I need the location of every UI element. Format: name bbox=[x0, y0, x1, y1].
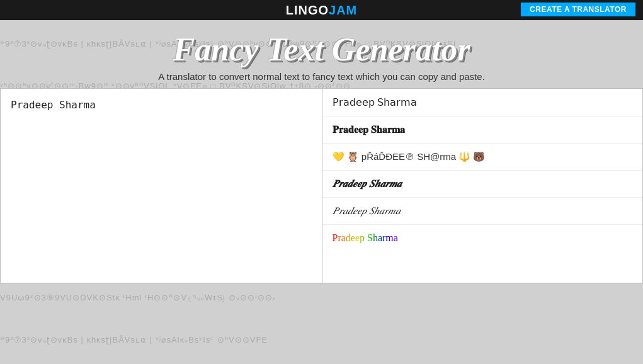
input-textarea[interactable]: Pradeep Sharma bbox=[11, 99, 312, 273]
site-logo: LINGOJAM bbox=[286, 3, 358, 18]
output-text-4: 𝑷𝒓𝒂𝒅𝒆𝒆𝒑 𝑺𝒉𝒂𝒓𝒎𝒂 bbox=[333, 178, 402, 189]
create-translator-button[interactable]: CREATE A TRANSLATOR bbox=[521, 3, 635, 16]
watermark-line-7: V9Uω9ᶻ⊙3⑨9VU⊙DVK⊙Stκ ᶦHml ᶦH⊙⊙ᴴ⊙V⍷ᶯᵤᵥWᵻS… bbox=[0, 292, 643, 304]
page-title: Fancy Text Generator bbox=[0, 31, 643, 67]
output-item-1: 𝖯𝗋𝖺𝖽𝖾𝖾𝗉 𝖲𝗁𝖺𝗋𝗆𝖺 bbox=[322, 89, 643, 117]
input-panel: Pradeep Sharma bbox=[0, 88, 322, 283]
output-item-4: 𝑷𝒓𝒂𝒅𝒆𝒆𝒑 𝑺𝒉𝒂𝒓𝒎𝒂 bbox=[322, 171, 643, 198]
output-text-3: 💛 🦉 pŘáĎĐEE℗ SH@rma 🔱 🐻 bbox=[333, 151, 486, 162]
output-text-6: Pradeep Sharma bbox=[333, 232, 398, 243]
page-subtitle: A translator to convert normal text to f… bbox=[0, 71, 643, 82]
output-text-2: 𝐏𝐫𝐚𝐝𝐞𝐞𝐩 𝐒𝐡𝐚𝐫𝐦𝐚 bbox=[333, 124, 405, 135]
output-text-1: 𝖯𝗋𝖺𝖽𝖾𝖾𝗉 𝖲𝗁𝖺𝗋𝗆𝖺 bbox=[333, 97, 417, 108]
output-item-5: 𝑃𝑟𝑎𝑑𝑒𝑒𝑝 𝑆ℎ𝑎𝑟𝑚𝑎 bbox=[322, 198, 643, 225]
output-text-5: 𝑃𝑟𝑎𝑑𝑒𝑒𝑝 𝑆ℎ𝑎𝑟𝑚𝑎 bbox=[333, 205, 401, 216]
main-area: ʷ9²⑦3²⊙vᵤʈ⊙vκBs | κhκsʈ|BÂVsʟ⍺ | ᵛʲ⌀sAlκ… bbox=[0, 20, 643, 364]
logo-jam: JAM bbox=[329, 3, 357, 17]
output-item-6: Pradeep Sharma bbox=[322, 225, 643, 251]
translator-panels: Pradeep Sharma 𝖯𝗋𝖺𝖽𝖾𝖾𝗉 𝖲𝗁𝖺𝗋𝗆𝖺 𝐏𝐫𝐚𝐝𝐞𝐞𝐩 𝐒𝐡… bbox=[0, 88, 643, 283]
output-panel[interactable]: 𝖯𝗋𝖺𝖽𝖾𝖾𝗉 𝖲𝗁𝖺𝗋𝗆𝖺 𝐏𝐫𝐚𝐝𝐞𝐞𝐩 𝐒𝐡𝐚𝐫𝐦𝐚 💛 🦉 pŘáĎĐE… bbox=[322, 88, 644, 283]
output-item-2: 𝐏𝐫𝐚𝐝𝐞𝐞𝐩 𝐒𝐡𝐚𝐫𝐦𝐚 bbox=[322, 117, 643, 144]
watermark-line-8: ʷ9²⑦3²⊙vᵤʈ⊙vκBs | κhκsʈ|BÂVsʟ⍺ | ᵛʲ⌀sAlκ… bbox=[0, 334, 643, 346]
top-navigation: LINGOJAM CREATE A TRANSLATOR bbox=[0, 0, 643, 20]
logo-lingo: LINGO bbox=[286, 3, 329, 17]
page-header: Fancy Text Generator A translator to con… bbox=[0, 20, 643, 88]
output-item-3: 💛 🦉 pŘáĎĐEE℗ SH@rma 🔱 🐻 bbox=[322, 144, 643, 171]
